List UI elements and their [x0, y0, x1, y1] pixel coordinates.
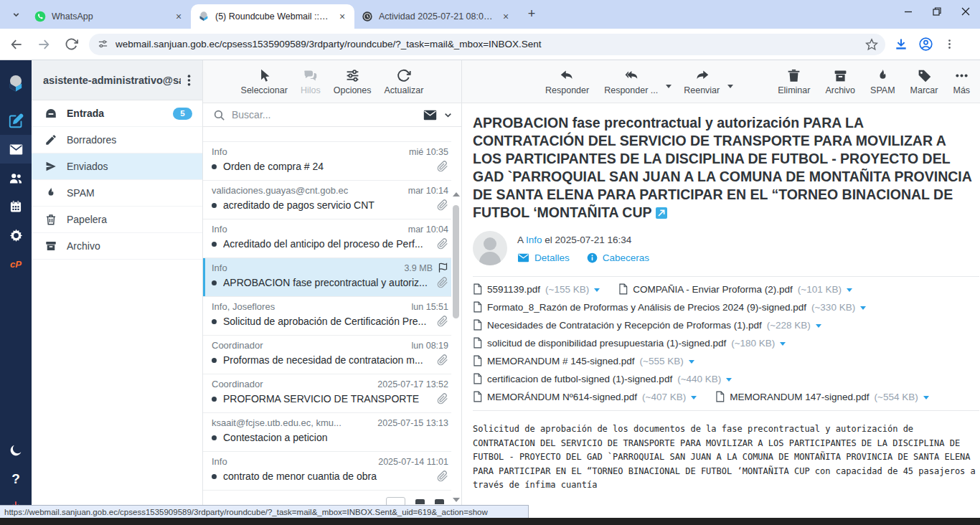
attachment-menu-icon[interactable] — [780, 342, 786, 346]
cpanel-button[interactable]: cP — [0, 250, 32, 278]
attachment-item[interactable]: Formato_8_Razón de Proformas y Análisis … — [473, 301, 866, 313]
new-tab-button[interactable]: + — [522, 4, 541, 23]
flag-icon[interactable] — [438, 262, 448, 273]
message-row[interactable]: Info, Joseflores lun 15:51 Solicitud de … — [203, 297, 451, 336]
tab-close-icon[interactable]: × — [172, 10, 185, 23]
attachment-menu-icon[interactable] — [860, 306, 866, 310]
attachment-menu-icon[interactable] — [816, 324, 821, 328]
download-icon[interactable] — [894, 37, 908, 52]
browser-menu-icon[interactable] — [943, 38, 956, 50]
attachment-item[interactable]: MEMORANDUM 147-signed.pdf (~554 KB) — [715, 391, 929, 402]
tab-whatsapp[interactable]: WhatsApp × — [27, 4, 191, 29]
sidebar-item-trash[interactable]: Papelera — [32, 207, 202, 233]
url-bar[interactable]: webmail.sanjuan.gob.ec/cpsess1535909589/… — [89, 34, 885, 55]
scrollbar-thumb[interactable] — [453, 205, 459, 318]
delete-button[interactable]: Eliminar — [775, 68, 813, 95]
more-button[interactable]: Más — [950, 68, 973, 95]
attachment-item[interactable]: solicitud de disponibilidad presupuestar… — [473, 337, 786, 349]
message-row[interactable]: Info 3.9 MB APROBACION fase precontractu… — [203, 258, 451, 297]
list-footer-icon[interactable] — [435, 499, 444, 504]
tab-roundcube[interactable]: (5) Roundcube Webmail :: Envia × — [191, 4, 354, 29]
close-button[interactable] — [951, 0, 980, 23]
attachment-item[interactable]: COMPAÑIA - Enviar Proforma (2).pdf (~101… — [618, 283, 852, 295]
attachment-item[interactable]: Necesidades de Contratación y Recepción … — [473, 319, 821, 331]
pdf-file-icon — [473, 337, 482, 349]
reply-all-button[interactable]: Responder ... — [601, 68, 661, 95]
message-row[interactable]: Coordinador lun 08:19 Proformas de neces… — [203, 336, 451, 374]
forward-icon[interactable] — [33, 34, 55, 55]
tab-search-button[interactable] — [6, 4, 26, 24]
flame-icon — [875, 68, 890, 83]
scroll-up-icon[interactable] — [453, 192, 460, 197]
message-row[interactable]: ksaait@fcjse.utb.edu.ec, kmu... 2025-07-… — [203, 413, 451, 452]
back-icon[interactable] — [6, 34, 27, 55]
archive-button[interactable]: Archivo — [822, 68, 858, 95]
attachment-menu-icon[interactable] — [726, 378, 732, 382]
sidebar-item-archive[interactable]: Archivo — [32, 233, 202, 260]
sidebar-item-spam[interactable]: SPAM — [32, 180, 202, 207]
search-bar[interactable]: Buscar... — [203, 103, 461, 127]
compose-button[interactable] — [0, 106, 32, 135]
reply-all-menu-icon[interactable] — [666, 85, 672, 88]
bookmark-star-icon[interactable] — [865, 38, 878, 51]
attachment-menu-icon[interactable] — [923, 396, 929, 399]
site-info-icon[interactable] — [98, 39, 108, 49]
settings-button[interactable] — [0, 221, 32, 250]
message-row[interactable]: Coordinador 2025-07-17 13:52 PROFORMA SE… — [203, 374, 451, 413]
message-row[interactable]: Info mié 10:35 Orden de compra # 24 — [203, 142, 451, 181]
sidebar-item-drafts[interactable]: Borradores — [32, 127, 202, 153]
tab-close-icon[interactable]: × — [336, 10, 349, 23]
attachment-item[interactable]: certificacion de futbol-signed (1)-signe… — [473, 373, 732, 384]
mark-button[interactable]: Marcar — [908, 68, 941, 95]
refresh-button[interactable]: Actualizar — [382, 68, 427, 95]
details-toggle[interactable]: Detalles — [517, 252, 570, 263]
message-row[interactable]: Info 2025-07-14 11:01 contrato de menor … — [203, 452, 451, 491]
attachment-item[interactable]: MEMORÁNDUM Nº614-signed.pdf (~407 KB) — [473, 391, 697, 402]
dark-mode-button[interactable] — [0, 436, 32, 465]
tab-close-icon[interactable]: × — [499, 10, 512, 23]
external-link-icon[interactable] — [656, 207, 667, 219]
minimize-button[interactable] — [894, 0, 923, 23]
forward-button[interactable]: Reenviar — [681, 68, 722, 95]
threads-button[interactable]: Hilos — [298, 68, 324, 95]
delete-label: Eliminar — [778, 85, 810, 95]
details-label: Detalles — [534, 252, 570, 263]
attachment-item[interactable]: 5591139.pdf (~155 KB) — [473, 283, 600, 295]
attachment-menu-icon[interactable] — [689, 360, 694, 364]
sidebar-item-inbox[interactable]: Entrada 5 — [32, 100, 202, 127]
list-scrollbar[interactable] — [451, 189, 461, 503]
tab-actividad[interactable]: Actividad 2025-07-21 08:00:00 × — [354, 4, 518, 29]
spam-button[interactable]: SPAM — [867, 68, 898, 95]
contacts-button[interactable] — [0, 164, 32, 192]
message-sender: Coordinador — [212, 379, 263, 389]
attachment-item[interactable]: MEMORANDUM # 145-signed.pdf (~555 KB) — [473, 355, 694, 366]
attachment-menu-icon[interactable] — [691, 396, 697, 399]
message-row[interactable]: validaciones.guayas@cnt.gob.ec mar 10:14… — [203, 181, 451, 219]
attachment-menu-icon[interactable] — [847, 288, 852, 292]
search-input[interactable]: Buscar... — [232, 109, 417, 120]
profile-icon[interactable] — [918, 37, 933, 52]
recipient-link[interactable]: Info — [526, 235, 542, 245]
calendar-button[interactable] — [0, 192, 32, 221]
list-footer-icon[interactable] — [415, 499, 425, 504]
scroll-down-icon[interactable] — [453, 498, 460, 502]
search-scope-mail-icon[interactable] — [423, 110, 437, 120]
account-header[interactable]: asistente-administrativo@sa... — [32, 60, 202, 100]
help-button[interactable]: ? — [0, 465, 32, 493]
search-options-chevron-icon[interactable] — [443, 110, 453, 120]
forward-menu-icon[interactable] — [727, 85, 733, 88]
options-button[interactable]: Opciones — [331, 68, 374, 95]
message-row[interactable]: Información financiera solicitada por BD… — [203, 127, 451, 142]
headers-toggle[interactable]: Cabeceras — [587, 252, 649, 263]
attachment-menu-icon[interactable] — [594, 288, 600, 292]
sidebar-item-sent[interactable]: Enviados — [32, 153, 202, 180]
reload-icon[interactable] — [60, 34, 82, 55]
reply-button[interactable]: Responder — [542, 68, 592, 95]
mail-nav-button[interactable] — [0, 135, 32, 164]
message-row[interactable]: Info mar 10:04 Acreditado del anticipo d… — [203, 219, 451, 258]
attachment-name: Formato_8_Razón de Proformas y Análisis … — [487, 302, 806, 313]
headers-label: Cabeceras — [603, 252, 649, 263]
select-button[interactable]: Seleccionar — [238, 68, 291, 95]
restore-button[interactable] — [923, 0, 951, 23]
account-menu-icon[interactable] — [181, 74, 197, 87]
